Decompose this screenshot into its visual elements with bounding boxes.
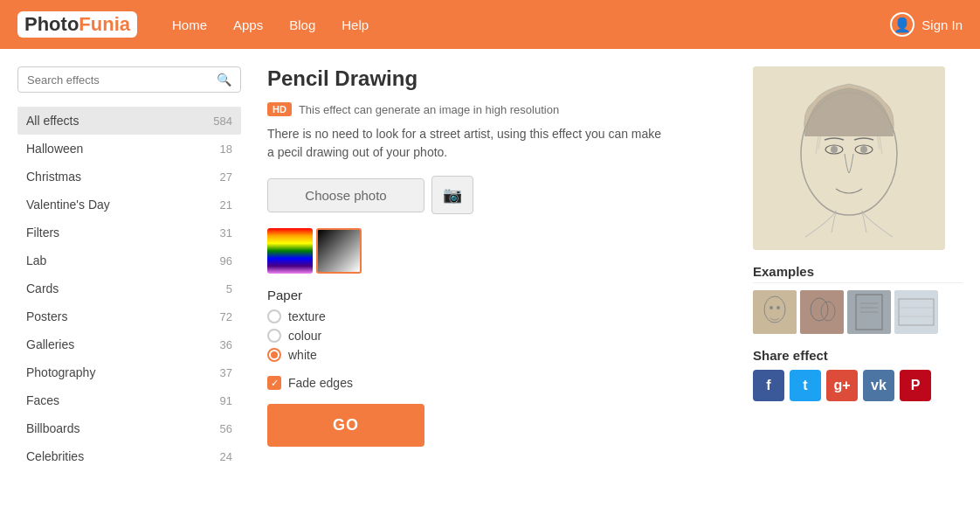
preview-image — [753, 66, 945, 250]
content-area: Pencil Drawing HD This effect can genera… — [259, 66, 735, 504]
paper-radio-group: texture colour white — [267, 309, 727, 362]
fade-edges-option[interactable]: ✓ Fade edges — [267, 376, 727, 390]
search-icon: 🔍 — [217, 73, 231, 87]
effect-title: Pencil Drawing — [267, 66, 727, 91]
examples-row — [753, 290, 963, 334]
sidebar-item-faces[interactable]: Faces 91 — [17, 386, 241, 414]
main-container: 🔍 All effects 584 Halloween 18 Christmas… — [0, 49, 980, 521]
svg-point-8 — [831, 146, 838, 153]
nav-apps[interactable]: Apps — [233, 17, 263, 32]
camera-icon: 📷 — [443, 186, 462, 204]
nav-help[interactable]: Help — [342, 17, 369, 32]
preview-panel: Examples — [753, 66, 963, 504]
main-nav: Home Apps Blog Help — [172, 17, 369, 32]
examples-title: Examples — [753, 264, 963, 283]
radio-colour[interactable] — [267, 329, 281, 343]
paper-label: Paper — [267, 288, 727, 302]
sidebar-item-all-effects[interactable]: All effects 584 — [17, 107, 241, 135]
camera-button[interactable]: 📷 — [431, 176, 473, 214]
example-thumb-1[interactable] — [753, 290, 797, 334]
hd-description: This effect can generate an image in hig… — [299, 103, 559, 116]
share-googleplus[interactable]: g+ — [826, 370, 858, 401]
user-icon: 👤 — [890, 12, 914, 37]
thumb-svg-2 — [800, 290, 844, 334]
go-button[interactable]: GO — [267, 404, 424, 447]
radio-dot — [271, 351, 278, 358]
logo[interactable]: PhotoFunia — [17, 11, 137, 38]
sidebar-item-filters[interactable]: Filters 31 — [17, 219, 241, 247]
thumb-svg-4 — [894, 290, 938, 334]
choose-photo-button[interactable]: Choose photo — [267, 178, 424, 212]
thumb-svg-3 — [847, 290, 891, 334]
svg-point-9 — [860, 146, 867, 153]
sidebar-item-valentines-day[interactable]: Valentine's Day 21 — [17, 191, 241, 219]
sidebar-item-photography[interactable]: Photography 37 — [17, 358, 241, 386]
paper-option-texture[interactable]: texture — [267, 309, 727, 323]
search-input[interactable] — [27, 73, 217, 87]
share-vk[interactable]: vk — [863, 370, 894, 401]
thumb-svg-1 — [753, 290, 797, 334]
sidebar-item-halloween[interactable]: Halloween 18 — [17, 135, 241, 163]
paper-option-white[interactable]: white — [267, 348, 727, 362]
example-thumb-4[interactable] — [894, 290, 938, 334]
example-thumb-2[interactable] — [800, 290, 844, 334]
share-buttons: f t g+ vk P — [753, 370, 963, 401]
paper-section: Paper texture colour white — [267, 288, 727, 362]
header-right: 👤 Sign In — [890, 12, 963, 37]
radio-texture[interactable] — [267, 309, 281, 323]
header-left: PhotoFunia Home Apps Blog Help — [17, 11, 369, 38]
header: PhotoFunia Home Apps Blog Help 👤 Sign In — [0, 0, 980, 49]
sidebar-item-posters[interactable]: Posters 72 — [17, 302, 241, 330]
nav-home[interactable]: Home — [172, 17, 207, 32]
hd-tag: HD — [267, 102, 292, 116]
logo-funia: Funia — [79, 13, 130, 35]
fade-edges-checkbox[interactable]: ✓ — [267, 376, 281, 390]
sidebar-item-galleries[interactable]: Galleries 36 — [17, 330, 241, 358]
sidebar-item-christmas[interactable]: Christmas 27 — [17, 163, 241, 191]
swatch-bw[interactable] — [316, 228, 362, 274]
paper-option-colour[interactable]: colour — [267, 329, 727, 343]
paper-colour-label: colour — [288, 329, 321, 343]
svg-rect-22 — [894, 290, 938, 334]
color-swatches — [267, 228, 727, 274]
share-pinterest[interactable]: P — [900, 370, 931, 401]
paper-white-label: white — [288, 348, 317, 362]
sidebar: 🔍 All effects 584 Halloween 18 Christmas… — [17, 66, 241, 504]
fade-edges-label: Fade edges — [288, 376, 353, 390]
sidebar-item-celebrities[interactable]: Celebrities 24 — [17, 442, 241, 470]
example-thumb-3[interactable] — [847, 290, 891, 334]
svg-rect-14 — [800, 290, 844, 334]
search-box[interactable]: 🔍 — [17, 66, 241, 93]
radio-white[interactable] — [267, 348, 281, 362]
sidebar-item-lab[interactable]: Lab 96 — [17, 247, 241, 274]
photo-actions: Choose photo 📷 — [267, 176, 727, 214]
svg-point-13 — [776, 306, 780, 309]
paper-texture-label: texture — [288, 309, 326, 323]
share-twitter[interactable]: t — [790, 370, 821, 401]
hd-badge: HD This effect can generate an image in … — [267, 102, 559, 116]
swatch-rainbow[interactable] — [267, 228, 313, 274]
sign-in-link[interactable]: Sign In — [921, 17, 963, 32]
preview-svg — [753, 66, 945, 250]
effect-description: There is no need to look for a street ar… — [267, 125, 669, 162]
sidebar-item-cards[interactable]: Cards 5 — [17, 274, 241, 302]
logo-box: PhotoFunia — [17, 11, 137, 38]
share-facebook[interactable]: f — [753, 370, 784, 401]
sidebar-item-billboards[interactable]: Billboards 56 — [17, 414, 241, 442]
share-title: Share effect — [753, 348, 963, 363]
nav-blog[interactable]: Blog — [289, 17, 315, 32]
svg-point-12 — [770, 306, 773, 309]
logo-photo: Photo — [24, 13, 79, 35]
